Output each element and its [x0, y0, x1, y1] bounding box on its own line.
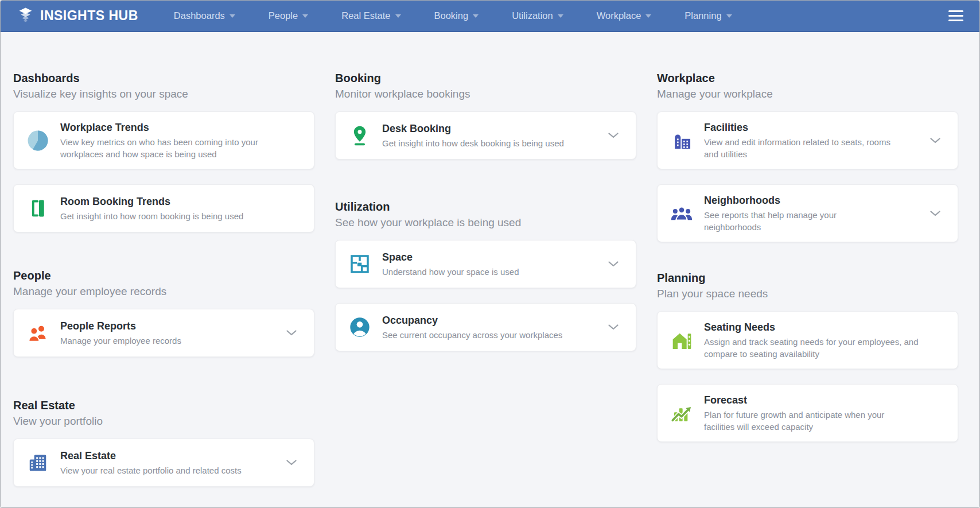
card-title: Facilities — [704, 121, 896, 135]
pie-chart-icon — [25, 128, 50, 153]
nav-menu: Dashboards People Real Estate Booking Ut… — [174, 10, 732, 21]
section-subtitle: See how your workplace is being used — [335, 215, 636, 231]
chevron-down-icon — [395, 14, 401, 18]
section-subtitle: Visualize key insights on your space — [13, 86, 314, 102]
card-people-reports[interactable]: People Reports Manage your employee reco… — [13, 309, 314, 357]
card-title: Workplace Trends — [60, 121, 270, 135]
nav-item-planning[interactable]: Planning — [685, 10, 732, 21]
chevron-down-icon[interactable] — [286, 330, 297, 336]
open-door-icon — [25, 196, 50, 221]
section-title: Dashboards — [13, 70, 314, 86]
section-workplace: Workplace Manage your workplace — [657, 70, 958, 242]
card-description: View your real estate portfolio and rela… — [60, 464, 242, 476]
chevron-down-icon — [558, 14, 563, 18]
card-description: View and edit information related to sea… — [704, 136, 896, 160]
card-workplace-trends[interactable]: Workplace Trends View key metrics on who… — [13, 111, 314, 169]
chevron-down-icon — [645, 14, 651, 18]
card-room-booking-trends[interactable]: Room Booking Trends Get insight into how… — [13, 184, 314, 232]
building-tower-icon — [669, 128, 694, 153]
chevron-down-icon[interactable] — [608, 324, 619, 330]
brand-title: INSIGHTS HUB — [40, 8, 138, 24]
chevron-down-icon — [473, 14, 479, 18]
card-title: People Reports — [60, 319, 181, 334]
section-title: Utilization — [335, 199, 636, 215]
nav-item-people[interactable]: People — [269, 10, 308, 21]
chevron-down-icon — [726, 14, 732, 18]
card-description: Get insight into how desk booking is bei… — [382, 137, 564, 149]
section-booking: Booking Monitor workplace bookings Desk … — [335, 70, 636, 160]
card-title: Room Booking Trends — [60, 195, 243, 209]
section-title: Planning — [657, 270, 958, 286]
card-description: Get insight into how room booking is bei… — [60, 210, 243, 222]
map-pin-icon — [347, 123, 372, 148]
nav-item-label: Booking — [434, 10, 469, 21]
section-real-estate: Real Estate View your portfolio — [13, 397, 314, 487]
floorplan-icon — [347, 251, 372, 277]
chevron-down-icon[interactable] — [286, 460, 297, 466]
card-description: Understand how your space is used — [382, 266, 519, 278]
card-title: Seating Needs — [704, 320, 925, 335]
chevron-down-icon[interactable] — [608, 133, 619, 138]
people-group-icon — [669, 201, 694, 226]
nav-item-real-estate[interactable]: Real Estate — [341, 10, 400, 21]
card-title: Neighborhoods — [704, 193, 847, 208]
section-title: Workplace — [657, 70, 958, 86]
card-desk-booking[interactable]: Desk Booking Get insight into how desk b… — [335, 111, 636, 160]
nav-item-workplace[interactable]: Workplace — [597, 10, 652, 21]
card-real-estate[interactable]: Real Estate View your real estate portfo… — [13, 439, 314, 487]
card-occupancy[interactable]: Occupancy See current occupancy across y… — [335, 303, 636, 351]
main-content: Dashboards Visualize key insights on you… — [1, 32, 979, 487]
growth-chart-icon — [669, 401, 694, 426]
column-3: Workplace Manage your workplace — [657, 70, 958, 487]
section-subtitle: Monitor workplace bookings — [335, 86, 636, 102]
column-2: Booking Monitor workplace bookings Desk … — [335, 70, 636, 487]
card-description: Manage your employee records — [60, 335, 181, 347]
hamburger-menu-icon[interactable] — [947, 8, 965, 24]
section-subtitle: Manage your workplace — [657, 86, 958, 102]
section-planning: Planning Plan your space needs — [657, 270, 958, 442]
chevron-down-icon — [302, 14, 308, 18]
nav-item-booking[interactable]: Booking — [434, 10, 479, 21]
card-facilities[interactable]: Facilities View and edit information rel… — [657, 111, 958, 169]
card-description: Assign and track seating needs for your … — [704, 336, 925, 360]
section-subtitle: Manage your employee records — [13, 284, 314, 300]
building-windows-icon — [25, 450, 50, 475]
card-title: Occupancy — [382, 313, 562, 328]
nav-item-label: Utilization — [512, 10, 553, 21]
top-nav: INSIGHTS HUB Dashboards People Real Esta… — [1, 1, 979, 32]
nav-item-dashboards[interactable]: Dashboards — [174, 10, 235, 21]
nav-item-label: Dashboards — [174, 10, 225, 21]
section-title: People — [13, 267, 314, 284]
section-subtitle: Plan your space needs — [657, 286, 958, 302]
nav-item-label: People — [269, 10, 298, 21]
card-title: Forecast — [704, 393, 913, 408]
card-description: View key metrics on who has been coming … — [60, 136, 270, 160]
chevron-down-icon[interactable] — [608, 261, 619, 267]
house-icon — [669, 328, 694, 353]
section-utilization: Utilization See how your workplace is be… — [335, 199, 636, 351]
chevron-down-icon[interactable] — [930, 138, 940, 144]
people-icon — [25, 320, 50, 346]
chevron-down-icon[interactable] — [930, 211, 940, 216]
app-window: INSIGHTS HUB Dashboards People Real Esta… — [0, 0, 980, 508]
section-people: People Manage your employee records — [13, 267, 314, 357]
card-neighborhoods[interactable]: Neighborhoods See reports that help mana… — [657, 184, 958, 242]
card-title: Real Estate — [60, 449, 242, 463]
nav-item-utilization[interactable]: Utilization — [512, 10, 563, 21]
card-title: Desk Booking — [382, 122, 564, 136]
nav-item-label: Workplace — [597, 10, 641, 21]
card-forecast[interactable]: Forecast Plan for future growth and anti… — [657, 384, 958, 442]
chevron-down-icon — [230, 14, 235, 18]
section-dashboards: Dashboards Visualize key insights on you… — [13, 70, 314, 232]
section-title: Real Estate — [13, 397, 314, 413]
nav-item-label: Real Estate — [341, 10, 390, 21]
person-circle-icon — [347, 315, 372, 340]
card-description: See current occupancy across your workpl… — [382, 329, 562, 341]
section-subtitle: View your portfolio — [13, 413, 314, 429]
brand[interactable]: INSIGHTS HUB — [18, 7, 138, 25]
card-description: Plan for future growth and anticipate wh… — [704, 409, 913, 433]
card-seating-needs[interactable]: Seating Needs Assign and track seating n… — [657, 311, 958, 369]
section-title: Booking — [335, 70, 636, 86]
card-title: Space — [382, 250, 519, 265]
card-space[interactable]: Space Understand how your space is used — [335, 240, 636, 288]
